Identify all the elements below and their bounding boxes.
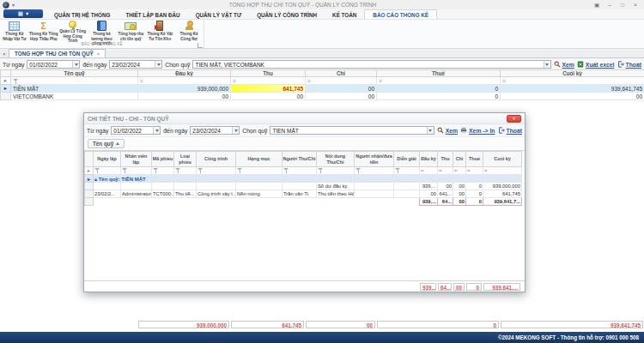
strip-close-icon[interactable]: × (0, 50, 9, 57)
quick-access-toolbar[interactable]: ▾ (0, 2, 15, 9)
dialog-to-date-field[interactable] (190, 126, 240, 135)
dialog-title-bar[interactable]: CHI TIẾT THU - CHI - TỒN QUỸ × (84, 113, 525, 124)
dlg-total-chi: 00 (453, 283, 465, 291)
cell-thu[interactable]: 00 (231, 93, 306, 100)
table-row[interactable]: 23/02/2... Administrator TCT000... Thu t… (85, 190, 522, 198)
col-nhan-vien-lap[interactable]: Nhân viên lập (121, 152, 152, 167)
main-grid: Tên quỹ Đầu kỳ Thu Chi Thuế Cuối kỳ ▸ = … (0, 69, 644, 100)
btn-thong-ke-thau-phu[interactable]: Σ Thống Kê Tổng Hợp Thầu Phụ (29, 20, 58, 42)
col-cuoi-ky[interactable]: Cuối kỳ (483, 152, 522, 167)
cell-chi[interactable]: 00 (306, 85, 377, 93)
col-dau-ky[interactable]: Đầu kỳ (138, 70, 231, 77)
ribbon-tab-quan-ly-vat-tu[interactable]: QUẢN LÝ VẬT TƯ (188, 10, 250, 19)
from-date-field[interactable] (27, 60, 80, 69)
filter-cell-thue[interactable]: = (377, 77, 501, 85)
col-thu[interactable]: Thu (231, 70, 306, 77)
ribbon-tab-quan-ly-cong-trinh[interactable]: QUẢN LÝ CÔNG TRÌNH (249, 10, 325, 19)
dialog-print-button[interactable]: Xem -> In (460, 127, 495, 134)
cell-ten-quy[interactable]: VIETCOMBANK (11, 93, 138, 100)
btn-quan-ly-tong-hop-cong-trinh[interactable]: Quản Lý Tổng Hợp Công Trình (58, 20, 88, 42)
btn-tong-hop-thu-chi-ton-quy[interactable]: Tổng hợp thu chi tồn quỹ (116, 20, 145, 42)
dialog-from-date-field[interactable] (111, 126, 161, 135)
group-dialog-launcher-icon[interactable] (197, 43, 203, 48)
group-summary-row: 939,... 64... 00 0 939,641,7... (85, 198, 522, 206)
dialog-fund-select[interactable] (270, 126, 434, 135)
col-nguoi-thu-chi[interactable]: Người Thu/Chi (283, 152, 317, 167)
col-dau-ky[interactable]: Đầu kỳ (420, 152, 438, 167)
ribbon-tab-thiet-lap-ban-dau[interactable]: THIẾT LẬP BAN ĐẦU (118, 10, 187, 19)
ribbon-tab-ke-toan[interactable]: KẾ TOÁN (325, 10, 364, 19)
cell-thue[interactable]: 0 (377, 85, 501, 93)
col-ten-quy[interactable]: Tên quỹ (11, 70, 138, 77)
doc-tab-tong-hop-thu-chi[interactable]: TỔNG HỢP THU CHI TỒN QUỸ × (9, 49, 106, 57)
ribbon-tab-quan-tri-he-thong[interactable]: QUẢN TRỊ HỆ THỐNG (46, 10, 118, 19)
col-cong-trinh[interactable]: Công trình (197, 152, 236, 167)
close-icon[interactable]: × (629, 1, 641, 9)
cell-dau-ky[interactable]: 939,000,000 (138, 85, 231, 93)
app-menu-button[interactable]: ▦ ▾ (3, 9, 43, 18)
cell-dau-ky[interactable]: 00 (138, 93, 231, 100)
col-chi[interactable]: Chi (453, 152, 466, 167)
dialog-exit-button[interactable]: Thoát (498, 127, 523, 134)
cell-ten-quy[interactable]: TIỀN MẶT (11, 85, 138, 93)
chevron-down-icon[interactable] (153, 127, 160, 134)
minimize-icon[interactable]: – (604, 1, 616, 9)
chevron-down-icon[interactable] (72, 61, 79, 68)
group-by-chip[interactable]: Tên quỹ (88, 139, 125, 148)
table-row[interactable]: VIETCOMBANK 00 00 00 0 00 (1, 93, 644, 100)
exit-button[interactable]: Thoát (617, 61, 642, 68)
table-row[interactable]: ▸ TIỀN MẶT 939,000,000 641,745 00 0 939,… (1, 85, 644, 93)
funnel-icon (175, 168, 181, 173)
dialog-view-button[interactable]: Xem (437, 127, 458, 134)
filter-cell-ten-quy[interactable] (11, 77, 138, 85)
funnel-icon (395, 168, 401, 173)
btn-thong-ke-nhap-vat-tu[interactable]: Thống Kê Nhập Vật Tư (0, 20, 29, 42)
dialog-close-icon[interactable]: × (507, 115, 521, 123)
from-date-label: Từ ngày (87, 128, 108, 134)
col-chi[interactable]: Chi (306, 70, 377, 77)
col-ma-phieu[interactable]: Mã phiếu (152, 152, 174, 167)
col-nguoi-nhan[interactable]: Người nhận/đưa tiền (355, 152, 394, 167)
dialog-title: CHI TIẾT THU - CHI - TỒN QUỸ (88, 116, 507, 122)
funnel-icon (153, 168, 159, 173)
cell-cuoi-ky[interactable]: 939,641,745 (501, 85, 644, 93)
cell-thue[interactable]: 0 (377, 93, 501, 100)
col-thu[interactable]: Thu (438, 152, 453, 167)
col-dien-giai[interactable]: Diễn giải (394, 152, 420, 167)
chevron-down-icon[interactable] (544, 61, 550, 68)
export-excel-button[interactable]: Xuất excel (577, 61, 615, 68)
col-noi-dung[interactable]: Nội dung Thu/Chi (317, 152, 355, 167)
group-row[interactable]: ▸ ▴ Tên quỹ: TIỀN MẶT (85, 175, 522, 183)
table-row[interactable]: Số dư đầu kỳ 939,... 00 00 0 939,000,000 (85, 183, 522, 190)
total-chi: 00 (306, 321, 375, 328)
filter-cell-thu[interactable]: = (231, 77, 306, 85)
ribbon-tab-bao-cao-thong-ke[interactable]: BÁO CÁO THỐNG KÊ (364, 9, 437, 19)
maximize-icon[interactable]: □ (617, 1, 629, 9)
fund-select[interactable] (192, 60, 550, 69)
cell-thu-highlighted[interactable]: 641,745 (231, 85, 306, 93)
filter-cell-cuoi-ky[interactable]: = (501, 77, 644, 85)
cell-chi[interactable]: 00 (306, 93, 377, 100)
tab-close-icon[interactable]: × (97, 51, 100, 57)
btn-thong-ke-cong-no[interactable]: Thống Kê Công Nợ (174, 20, 204, 42)
col-hang-muc[interactable]: Hạng mục (236, 152, 283, 167)
col-cuoi-ky[interactable]: Cuối kỳ (501, 70, 644, 77)
search-icon (437, 127, 444, 134)
view-button[interactable]: Xem (554, 61, 574, 68)
group-expand-icon[interactable]: ▴ (94, 177, 97, 182)
col-ngay-lap[interactable]: Ngày lập (94, 152, 121, 167)
chevron-down-icon[interactable] (155, 61, 161, 68)
to-date-field[interactable] (109, 60, 162, 69)
btn-thong-ke-vat-tu-ton-kho[interactable]: Thống Kê Vật Tư Tồn Kho (145, 20, 174, 42)
btn-thong-ke-luong[interactable]: Thống kê lương theo công trình (88, 20, 117, 42)
cell-cuoi-ky[interactable]: 00 (501, 93, 644, 100)
style-icon[interactable]: ▣ (591, 1, 603, 9)
col-thue[interactable]: Thuế (377, 70, 501, 77)
col-loai-phieu[interactable]: Loại phiếu (174, 152, 197, 167)
chevron-down-icon[interactable] (427, 127, 434, 134)
filter-cell-dau-ky[interactable]: = (138, 77, 231, 85)
chevron-down-icon[interactable] (232, 127, 239, 134)
filter-cell-chi[interactable]: = (306, 77, 377, 85)
table-stats-icon (9, 21, 20, 31)
col-thue[interactable]: Thuế (466, 152, 483, 167)
